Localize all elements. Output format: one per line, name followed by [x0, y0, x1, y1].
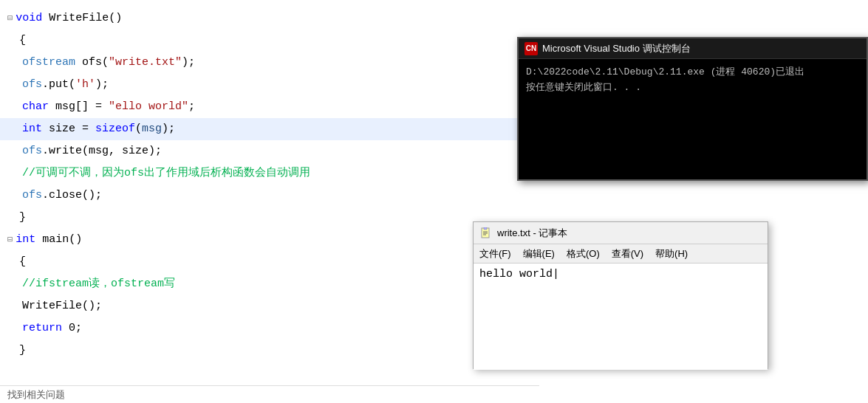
notepad-icon	[479, 227, 493, 240]
token: );	[95, 74, 109, 96]
notepad-window: write.txt - 记事本 文件(F)编辑(E)格式(O)查看(V)帮助(H…	[473, 221, 768, 369]
token: msg, size);	[89, 140, 162, 162]
token: int	[16, 229, 35, 251]
token: ofstream	[22, 52, 75, 74]
notepad-body: hello world	[474, 264, 768, 370]
code-content: ⊟void WriteFile(){ofstream ofs("write.tx…	[0, 0, 539, 369]
menu-item[interactable]: 文件(F)	[479, 247, 511, 261]
collapse-icon[interactable]: ⊟	[7, 7, 13, 30]
token: }	[19, 340, 26, 362]
token: //可调可不调，因为ofs出了作用域后析构函数会自动调用	[22, 162, 310, 185]
notepad-content: hello world	[479, 268, 553, 280]
token: 0;	[62, 317, 82, 340]
token: int	[22, 118, 42, 140]
code-line: ofs.write(msg, size);	[0, 140, 539, 162]
token: sizeof	[95, 118, 135, 140]
token: return	[22, 317, 62, 340]
token: WriteFile	[22, 295, 82, 317]
text-cursor	[553, 268, 559, 280]
menu-item[interactable]: 编辑(E)	[523, 247, 555, 261]
token: char	[22, 96, 49, 118]
token: .close();	[42, 185, 102, 207]
code-line: }	[0, 207, 539, 229]
token: main()	[35, 229, 82, 251]
code-line: WriteFile();	[0, 295, 539, 317]
code-line: ofs.put('h');	[0, 74, 539, 96]
token: "write.txt"	[109, 52, 182, 74]
code-line: }	[0, 340, 539, 362]
code-line: ⊟void WriteFile()	[0, 7, 539, 30]
token: );	[182, 52, 195, 74]
notepad-title: write.txt - 记事本	[497, 227, 567, 240]
code-line: //可调可不调，因为ofs出了作用域后析构函数会自动调用	[0, 162, 539, 185]
menu-item[interactable]: 查看(V)	[612, 247, 643, 261]
token: //ifstream读，ofstream写	[22, 273, 175, 295]
code-line: char msg[] = "ello world";	[0, 96, 539, 118]
token: {	[19, 251, 26, 273]
console-title: Microsoft Visual Studio 调试控制台	[542, 42, 691, 55]
code-editor: ⊟void WriteFile(){ofstream ofs("write.tx…	[0, 0, 539, 403]
token: );	[162, 118, 175, 140]
menu-item[interactable]: 帮助(H)	[655, 247, 688, 261]
console-line2: 按任意键关闭此窗口. . .	[526, 80, 859, 96]
token: size =	[42, 118, 95, 140]
console-line1: D:\2022code\2.11\Debug\2.11.exe (进程 4062…	[526, 65, 859, 80]
token: ofs(	[75, 52, 109, 74]
token: void	[16, 7, 42, 30]
code-line: {	[0, 30, 539, 52]
console-window: CN Microsoft Visual Studio 调试控制台 D:\2022…	[517, 37, 868, 181]
token: (	[135, 118, 142, 140]
console-body: D:\2022code\2.11\Debug\2.11.exe (进程 4062…	[519, 59, 867, 102]
code-line: int size = sizeof(msg);	[0, 118, 539, 140]
token: .write(	[42, 140, 89, 162]
code-line: ofstream ofs("write.txt");	[0, 52, 539, 74]
code-line: ⊟int main()	[0, 229, 539, 251]
token: msg[] =	[49, 96, 109, 118]
token: "ello world"	[109, 96, 188, 118]
code-line: //ifstream读，ofstream写	[0, 273, 539, 295]
status-bar: 找到相关问题	[0, 385, 539, 403]
token: msg	[142, 118, 162, 140]
code-line: {	[0, 251, 539, 273]
token: ofs	[22, 185, 42, 207]
token: ();	[82, 295, 102, 317]
token: ;	[188, 96, 195, 118]
token: 'h'	[75, 74, 95, 96]
token: {	[19, 30, 26, 52]
token: .put(	[42, 74, 75, 96]
console-titlebar: CN Microsoft Visual Studio 调试控制台	[519, 38, 867, 59]
code-line: return 0;	[0, 317, 539, 340]
token: ofs	[22, 74, 42, 96]
token: ofs	[22, 140, 42, 162]
notepad-menubar[interactable]: 文件(F)编辑(E)格式(O)查看(V)帮助(H)	[474, 244, 768, 264]
console-icon: CN	[524, 42, 538, 55]
status-text: 找到相关问题	[7, 388, 65, 402]
token: }	[19, 207, 26, 229]
svg-rect-1	[484, 227, 487, 230]
menu-item[interactable]: 格式(O)	[567, 247, 600, 261]
code-line: ofs.close();	[0, 185, 539, 207]
notepad-titlebar: write.txt - 记事本	[474, 222, 768, 244]
token: WriteFile()	[42, 7, 122, 30]
collapse-icon[interactable]: ⊟	[7, 229, 13, 251]
